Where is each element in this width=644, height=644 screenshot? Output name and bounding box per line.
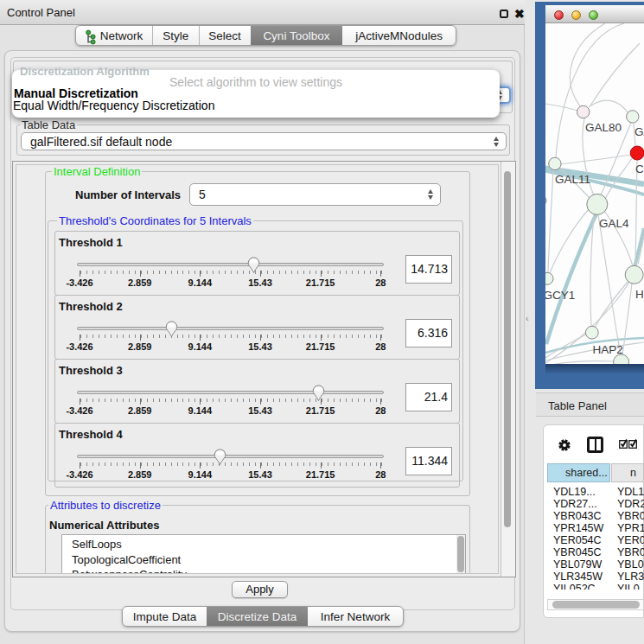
- svg-text:GCY1: GCY1: [545, 289, 575, 302]
- svg-text:GA: GA: [634, 125, 644, 138]
- svg-text:HAP2: HAP2: [593, 343, 623, 356]
- svg-text:GAL11: GAL11: [555, 173, 590, 186]
- svg-text:GAL80: GAL80: [585, 121, 622, 134]
- svg-text:H: H: [635, 288, 644, 301]
- svg-text:C: C: [635, 163, 644, 175]
- svg-text:GAL4: GAL4: [599, 217, 629, 230]
